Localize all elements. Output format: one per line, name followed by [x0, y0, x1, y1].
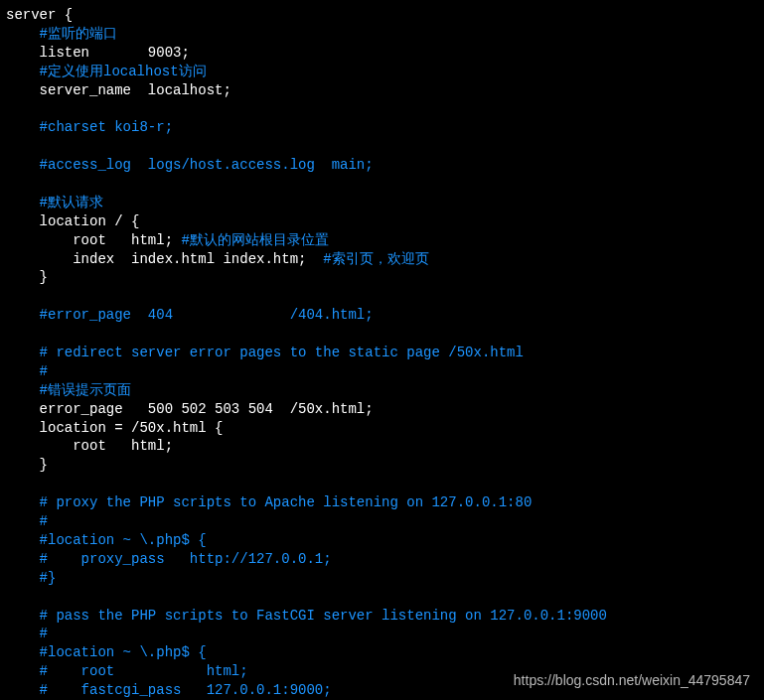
- code-text: root html;: [6, 232, 181, 248]
- comment-text: #: [6, 626, 48, 641]
- code-text: listen 9003;: [6, 45, 190, 61]
- code-line: #: [6, 625, 764, 643]
- code-text: error_page 500 502 503 504 /50x.html;: [6, 401, 374, 417]
- code-line: #错误提示页面: [6, 381, 764, 400]
- code-line: #access_log logs/host.access.log main;: [6, 156, 764, 175]
- code-line: #: [6, 512, 764, 531]
- comment-text: #错误提示页面: [6, 382, 131, 398]
- watermark-text: https://blog.csdn.net/weixin_44795847: [514, 671, 750, 690]
- code-line: [6, 137, 764, 156]
- code-text: location / {: [6, 213, 139, 229]
- code-line: server {: [6, 6, 764, 25]
- code-line: server_name localhost;: [6, 81, 764, 100]
- comment-text: #location ~ \.php$ {: [6, 644, 207, 660]
- comment-text: #默认请求: [6, 195, 103, 210]
- comment-text: # redirect server error pages to the sta…: [6, 345, 524, 360]
- code-line: # redirect server error pages to the sta…: [6, 344, 764, 362]
- code-line: [6, 475, 764, 493]
- comment-text: # proxy_pass http://127.0.0.1;: [6, 551, 332, 567]
- code-line: #: [6, 362, 764, 381]
- code-line: location / {: [6, 212, 764, 231]
- comment-text: #charset koi8-r;: [6, 119, 173, 135]
- code-line: # proxy_pass http://127.0.0.1;: [6, 550, 764, 569]
- comment-text: #默认的网站根目录位置: [181, 232, 328, 248]
- comment-text: #: [6, 513, 48, 529]
- nginx-config-code: server { #监听的端口 listen 9003; #定义使用localh…: [6, 6, 764, 700]
- comment-text: #监听的端口: [6, 26, 117, 42]
- code-text: location = /50x.html {: [6, 420, 223, 436]
- comment-text: #索引页，欢迎页: [323, 251, 428, 267]
- comment-text: #定义使用localhost访问: [6, 64, 207, 79]
- code-line: [6, 325, 764, 344]
- code-line: index index.html index.htm; #索引页，欢迎页: [6, 250, 764, 269]
- comment-text: #location ~ \.php$ {: [6, 532, 207, 548]
- code-line: root html; #默认的网站根目录位置: [6, 231, 764, 250]
- code-line: [6, 99, 764, 118]
- code-line: # pass the PHP scripts to FastCGI server…: [6, 607, 764, 626]
- code-text: root html;: [6, 438, 173, 454]
- code-line: [6, 175, 764, 194]
- code-line: listen 9003;: [6, 44, 764, 63]
- comment-text: # root html;: [6, 663, 248, 679]
- code-line: #定义使用localhost访问: [6, 63, 764, 81]
- code-line: #charset koi8-r;: [6, 118, 764, 137]
- comment-text: # fastcgi_pass 127.0.0.1:9000;: [6, 682, 332, 698]
- comment-text: #}: [6, 570, 56, 586]
- code-line: error_page 500 502 503 504 /50x.html;: [6, 400, 764, 419]
- code-line: #}: [6, 569, 764, 588]
- comment-text: #: [6, 363, 48, 379]
- code-text: }: [6, 269, 48, 285]
- code-text: server_name localhost;: [6, 82, 231, 98]
- code-line: }: [6, 268, 764, 287]
- code-line: #location ~ \.php$ {: [6, 531, 764, 550]
- code-text: }: [6, 457, 48, 473]
- code-line: [6, 287, 764, 306]
- code-line: #监听的端口: [6, 25, 764, 44]
- code-line: location = /50x.html {: [6, 419, 764, 438]
- code-line: # proxy the PHP scripts to Apache listen…: [6, 493, 764, 512]
- code-line: [6, 588, 764, 607]
- code-line: #location ~ \.php$ {: [6, 643, 764, 662]
- comment-text: #access_log logs/host.access.log main;: [6, 157, 374, 173]
- code-line: }: [6, 456, 764, 475]
- code-text: server {: [6, 7, 73, 23]
- comment-text: # proxy the PHP scripts to Apache listen…: [6, 494, 532, 510]
- code-line: root html;: [6, 437, 764, 456]
- code-line: #error_page 404 /404.html;: [6, 306, 764, 325]
- code-text: index index.html index.htm;: [6, 251, 323, 267]
- comment-text: #error_page 404 /404.html;: [6, 307, 374, 323]
- comment-text: # pass the PHP scripts to FastCGI server…: [6, 608, 607, 624]
- code-line: #默认请求: [6, 194, 764, 212]
